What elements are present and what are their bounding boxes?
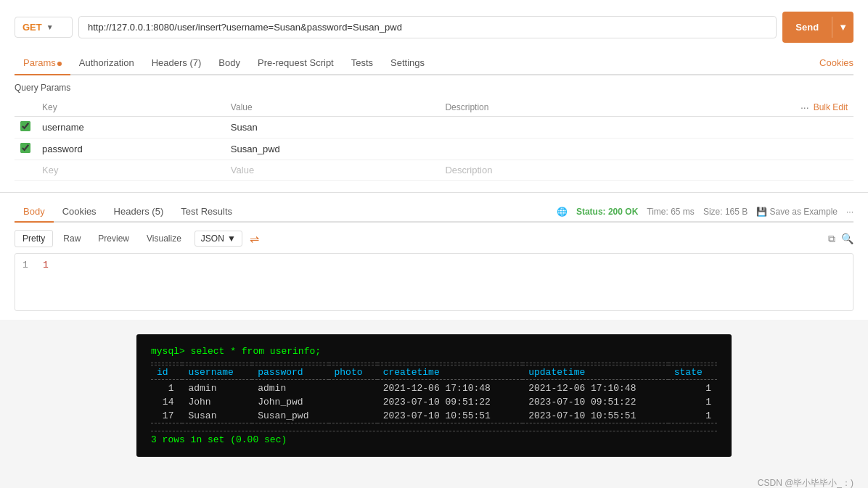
query-params-label: Query Params xyxy=(15,83,853,93)
bulk-edit-dots: ··· xyxy=(801,102,809,113)
terminal: mysql> select * from userinfo; id userna… xyxy=(136,334,732,457)
cookies-link[interactable]: Cookies xyxy=(819,57,853,68)
response-time: Time: 65 ms xyxy=(647,207,695,217)
more-options-icon[interactable]: ··· xyxy=(846,207,853,217)
send-dropdown-icon[interactable]: ▼ xyxy=(832,17,853,38)
params-dot xyxy=(57,62,62,66)
tab-body[interactable]: Body xyxy=(210,51,249,75)
response-tab-body[interactable]: Body xyxy=(15,202,54,223)
param-password-value[interactable]: Susan_pwd xyxy=(225,138,440,160)
json-format-select[interactable]: JSON ▼ xyxy=(195,231,242,247)
param-username-desc xyxy=(439,117,646,138)
format-tab-pretty[interactable]: Pretty xyxy=(15,230,53,247)
url-bar: GET ▼ Send ▼ xyxy=(15,12,853,43)
row2-updatetime: 2023-07-10 09:51:22 xyxy=(523,395,668,409)
row1-updatetime: 2021-12-06 17:10:48 xyxy=(523,381,668,395)
format-tab-preview[interactable]: Preview xyxy=(91,231,136,247)
param-username-checkbox[interactable] xyxy=(20,121,30,131)
request-tabs: Params Authorization Headers (7) Body Pr… xyxy=(15,51,853,75)
row1-username: admin xyxy=(182,381,252,395)
terminal-row-admin: 1 admin admin 2021-12-06 17:10:48 2021-1… xyxy=(151,381,717,395)
filter-icon[interactable]: ⇌ xyxy=(250,232,259,246)
empty-value-placeholder[interactable]: Value xyxy=(231,165,254,175)
tab-headers[interactable]: Headers (7) xyxy=(143,51,210,75)
col-state: state xyxy=(668,365,717,380)
tab-tests[interactable]: Tests xyxy=(343,51,382,75)
param-username-key[interactable]: username xyxy=(36,117,225,138)
response-size: Size: 165 B xyxy=(703,207,748,217)
globe-icon: 🌐 xyxy=(557,207,568,217)
terminal-footer: 3 rows in set (0.00 sec) xyxy=(151,431,717,445)
format-tab-visualize[interactable]: Visualize xyxy=(139,231,189,247)
col-createtime: createtime xyxy=(377,365,523,380)
col-description: Description xyxy=(439,99,646,117)
row3-state: 1 xyxy=(668,409,717,423)
json-chevron-icon: ▼ xyxy=(227,233,236,244)
search-icon[interactable]: 🔍 xyxy=(841,233,853,245)
line-content-1: 1 xyxy=(43,260,49,270)
row3-username: Susan xyxy=(182,409,252,423)
row2-state: 1 xyxy=(668,395,717,409)
tab-authorization[interactable]: Authorization xyxy=(70,51,143,75)
bulk-edit-label[interactable]: Bulk Edit xyxy=(814,102,848,112)
response-tab-headers[interactable]: Headers (5) xyxy=(105,202,173,223)
param-row-empty: Key Value Description xyxy=(15,160,853,181)
format-tab-raw[interactable]: Raw xyxy=(56,231,88,247)
empty-key-placeholder[interactable]: Key xyxy=(42,165,58,175)
tab-settings[interactable]: Settings xyxy=(382,51,433,75)
response-tab-cookies[interactable]: Cookies xyxy=(54,202,105,223)
param-row-password: password Susan_pwd xyxy=(15,138,853,160)
row2-photo xyxy=(329,395,377,409)
send-label: Send xyxy=(782,17,832,38)
send-button[interactable]: Send ▼ xyxy=(782,12,853,43)
terminal-row-susan: 17 Susan Susan_pwd 2023-07-10 10:55:51 2… xyxy=(151,409,717,423)
format-tabs: Pretty Raw Preview Visualize JSON ▼ ⇌ ⧉ … xyxy=(15,230,853,247)
save-icon: 💾 xyxy=(756,207,767,217)
row2-username: John xyxy=(182,395,252,409)
param-password-checkbox[interactable] xyxy=(20,143,30,153)
row1-state: 1 xyxy=(668,381,717,395)
code-area: 1 1 xyxy=(15,253,853,311)
col-username: username xyxy=(182,365,252,380)
row1-id: 1 xyxy=(151,381,182,395)
method-select[interactable]: GET ▼ xyxy=(15,17,73,38)
response-tab-test-results[interactable]: Test Results xyxy=(172,202,241,223)
watermark: CSDN @毕小毕毕小_：) xyxy=(0,471,868,488)
row3-photo xyxy=(329,409,377,423)
response-status-area: 🌐 Status: 200 OK Time: 65 ms Size: 165 B… xyxy=(557,207,853,217)
param-username-value[interactable]: Susan xyxy=(225,117,440,138)
row1-photo xyxy=(329,381,377,395)
tab-pre-request[interactable]: Pre-request Script xyxy=(249,51,343,75)
url-input[interactable] xyxy=(78,16,777,38)
postman-container: GET ▼ Send ▼ Params Authorization Header… xyxy=(0,0,868,193)
params-table: Key Value Description ··· Bulk Edit user… xyxy=(15,99,853,181)
col-updatetime: updatetime xyxy=(523,365,668,380)
terminal-wrapper: mysql> select * from userinfo; id userna… xyxy=(0,320,868,471)
param-password-desc xyxy=(439,138,646,160)
col-key: Key xyxy=(36,99,225,117)
empty-desc-placeholder: Description xyxy=(445,165,492,175)
param-password-key[interactable]: password xyxy=(36,138,225,160)
row2-createtime: 2023-07-10 09:51:22 xyxy=(377,395,523,409)
response-tabs: Body Cookies Headers (5) Test Results 🌐 … xyxy=(15,202,853,223)
method-label: GET xyxy=(22,22,42,33)
terminal-row-john: 14 John John_pwd 2023-07-10 09:51:22 202… xyxy=(151,395,717,409)
code-line-1: 1 1 xyxy=(22,260,846,270)
format-icons-right: ⧉ 🔍 xyxy=(828,233,853,245)
row3-id: 17 xyxy=(151,409,182,423)
method-chevron-icon: ▼ xyxy=(46,23,54,31)
terminal-table: id username password photo createtime up… xyxy=(151,363,717,425)
save-example[interactable]: 💾 Save as Example xyxy=(756,207,838,217)
tab-params[interactable]: Params xyxy=(15,51,70,75)
status-ok: Status: 200 OK xyxy=(576,207,638,217)
col-photo: photo xyxy=(329,365,377,380)
col-password: password xyxy=(252,365,328,380)
line-num-1: 1 xyxy=(22,260,34,270)
row3-password: Susan_pwd xyxy=(252,409,328,423)
response-section: Body Cookies Headers (5) Test Results 🌐 … xyxy=(0,193,868,320)
query-params-section: Query Params Key Value Description ··· B… xyxy=(15,83,853,181)
col-value: Value xyxy=(225,99,440,117)
copy-icon[interactable]: ⧉ xyxy=(828,233,835,245)
row2-id: 14 xyxy=(151,395,182,409)
row1-password: admin xyxy=(252,381,328,395)
